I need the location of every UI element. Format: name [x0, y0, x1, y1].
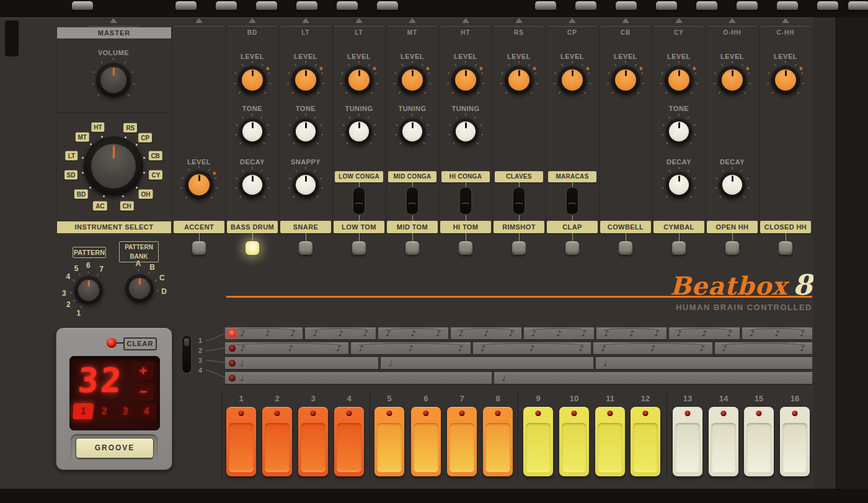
level-knob-snare[interactable] — [291, 66, 320, 94]
pad-3[interactable] — [298, 407, 328, 476]
pad-number-6: 6 — [423, 394, 428, 403]
trigger-button-accent[interactable] — [192, 241, 206, 255]
knob-tick — [797, 91, 799, 94]
pad-number-9: 9 — [536, 394, 540, 403]
trigger-button-hi-tom[interactable] — [459, 241, 472, 255]
sound-toggle-hi-tom[interactable] — [459, 187, 472, 215]
sequencer-row-switch[interactable] — [181, 334, 192, 374]
tone-knob-bass-drum[interactable] — [239, 118, 265, 145]
level-knob-bass-drum[interactable] — [238, 66, 267, 94]
knob-tick — [375, 82, 378, 84]
step-button-4[interactable]: 4 — [136, 403, 157, 419]
level-knob-accent[interactable] — [185, 171, 213, 199]
sequencer-row-4: ♩♩ — [225, 372, 812, 384]
strip-top-line — [281, 26, 330, 27]
note-beam — [603, 328, 660, 334]
pad-7[interactable] — [447, 407, 477, 476]
instrument-select-knob[interactable] — [84, 136, 143, 196]
snappy-knob-snare[interactable] — [293, 172, 319, 198]
channel-arrow-icon — [195, 18, 203, 23]
clear-button[interactable]: CLEAR — [123, 337, 157, 350]
tone-label: TONE — [280, 105, 332, 112]
tuning-knob-hi-tom[interactable] — [453, 118, 479, 145]
pad-11[interactable] — [595, 407, 625, 476]
pad-10[interactable] — [559, 407, 589, 476]
decay-knob-bass-drum[interactable] — [239, 172, 265, 198]
level-knob-mid-tom[interactable] — [398, 66, 427, 94]
pad-4[interactable] — [334, 407, 364, 476]
pad-1[interactable] — [226, 407, 256, 476]
decay-knob-open-hh[interactable] — [719, 172, 745, 198]
pad-9[interactable] — [523, 407, 553, 476]
step-button-1[interactable]: 1 — [73, 403, 94, 419]
sequencer-row-number: 3 — [198, 357, 202, 364]
level-knob-low-tom[interactable] — [345, 66, 373, 94]
knob-cap — [402, 122, 422, 141]
knob-tick — [321, 72, 324, 74]
level-knob-clap[interactable] — [558, 66, 587, 94]
instrument-select-dot — [103, 195, 105, 197]
pattern-knob[interactable] — [74, 276, 103, 305]
knob-tick — [293, 142, 295, 145]
knob-tick — [477, 91, 479, 94]
trigger-button-bass-drum[interactable] — [246, 241, 259, 255]
tuning-knob-mid-tom[interactable] — [399, 118, 425, 145]
trigger-button-rimshot[interactable] — [512, 241, 526, 255]
knob-tick — [722, 169, 724, 172]
note-beam — [479, 343, 585, 349]
knob-tick — [321, 134, 323, 136]
knob-tick — [288, 134, 290, 136]
groove-button[interactable]: GROOVE — [76, 438, 154, 458]
pattern-bank-knob[interactable] — [125, 274, 154, 303]
strip-top-line — [494, 26, 544, 27]
step-button-2[interactable]: 2 — [94, 403, 115, 419]
pad-15[interactable] — [744, 407, 774, 476]
channel-arrow-icon — [622, 18, 629, 23]
pad-13[interactable] — [673, 407, 702, 476]
level-knob-cymbal[interactable] — [665, 66, 693, 94]
trigger-button-mid-tom[interactable] — [405, 241, 419, 255]
trigger-button-cymbal[interactable] — [672, 241, 686, 255]
instrument-select-dot — [90, 143, 92, 145]
pad-16[interactable] — [780, 407, 810, 476]
increment-button[interactable]: + — [132, 362, 154, 380]
sound-toggle-clap[interactable] — [565, 187, 579, 215]
sequencer-row-3: ♩♩♩ — [225, 357, 812, 369]
level-knob-hi-tom[interactable] — [451, 66, 480, 94]
level-knob-cowbell[interactable] — [611, 66, 640, 94]
sound-toggle-rimshot[interactable] — [512, 187, 526, 215]
trigger-button-open-hh[interactable] — [725, 241, 739, 255]
knob-tick — [317, 91, 319, 94]
level-knob-rimshot[interactable] — [505, 66, 533, 94]
knob-tick — [662, 177, 665, 179]
pad-8[interactable] — [483, 407, 513, 476]
sound-toggle-low-tom[interactable] — [352, 187, 366, 215]
knob-tick — [688, 64, 690, 66]
trigger-button-snare[interactable] — [299, 241, 312, 255]
knob-tick — [748, 72, 750, 74]
trigger-button-low-tom[interactable] — [352, 241, 366, 255]
level-label: LEVEL — [280, 53, 332, 60]
pattern-label: PATTERN — [73, 247, 106, 258]
pad-2[interactable] — [262, 407, 292, 476]
pad-6[interactable] — [411, 407, 441, 476]
pad-led — [387, 411, 392, 416]
pad-12[interactable] — [631, 407, 660, 476]
tone-knob-snare[interactable] — [293, 118, 319, 145]
pad-5[interactable] — [374, 407, 404, 476]
sound-toggle-mid-tom[interactable] — [405, 187, 419, 215]
master-volume-knob[interactable] — [96, 63, 131, 97]
decay-knob-cymbal[interactable] — [666, 172, 692, 198]
level-knob-closed-hh[interactable] — [771, 66, 800, 94]
tone-knob-cymbal[interactable] — [666, 118, 692, 145]
decrement-button[interactable]: − — [132, 383, 154, 401]
step-button-3[interactable]: 3 — [115, 403, 136, 419]
instrument-label-cowbell: COWBELL — [600, 221, 651, 233]
knob-tick — [268, 82, 271, 84]
trigger-button-closed-hh[interactable] — [779, 241, 792, 255]
level-knob-open-hh[interactable] — [718, 66, 746, 94]
trigger-button-clap[interactable] — [565, 241, 579, 255]
pad-14[interactable] — [709, 407, 738, 476]
trigger-button-cowbell[interactable] — [619, 241, 632, 255]
tuning-knob-low-tom[interactable] — [346, 118, 372, 145]
